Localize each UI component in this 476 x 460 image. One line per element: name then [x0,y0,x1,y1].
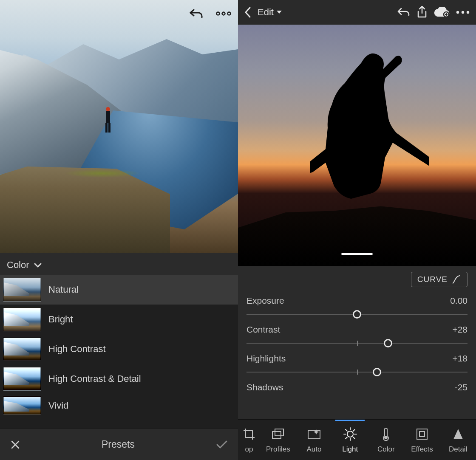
svg-point-5 [462,11,464,14]
edit-screen: Edit [238,0,476,460]
preset-label: Natural [48,284,79,295]
slider-contrast[interactable]: Contrast +28 [246,322,468,351]
preset-group-dropdown[interactable]: Color [0,253,238,275]
preset-thumb [3,396,41,415]
crop-icon [241,426,257,442]
preset-item-vivid[interactable]: Vivid [0,394,238,418]
slider-name: Contrast [246,325,280,335]
preset-panel: Color Natural Bright High Contrast High … [0,253,238,460]
slider-value: -25 [455,382,468,392]
preset-bottombar: Presets [0,429,238,460]
svg-point-6 [467,11,469,14]
light-icon [343,426,358,442]
caret-down-icon [276,10,282,14]
tab-color[interactable]: Color [368,420,404,460]
slider-value: +18 [452,353,468,364]
tab-label: Profiles [266,445,290,454]
preset-label: Bright [48,314,73,325]
back-icon[interactable] [244,6,252,18]
svg-rect-12 [417,429,427,439]
preset-label: High Contrast [48,344,106,355]
undo-icon[interactable] [397,7,411,17]
preset-item-highcontrast[interactable]: High Contrast [0,334,238,364]
slider-highlights[interactable]: Highlights +18 [246,351,468,380]
slider-name: Highlights [246,353,286,364]
silhouette [310,50,429,212]
check-icon[interactable] [216,440,228,449]
undo-icon[interactable] [189,6,204,21]
edit-tabbar: op Profiles Auto Light Color [238,419,476,460]
tab-label: Auto [307,445,322,454]
slider-value: 0.00 [450,296,468,306]
preview-image[interactable] [0,0,238,253]
preset-thumb [3,278,41,302]
preset-thumb [3,308,41,331]
tab-label: Color [377,445,395,454]
edit-toolbar: Edit [238,0,476,25]
curve-label: CURVE [417,275,448,284]
cloud-add-icon[interactable] [434,7,450,18]
tab-light[interactable]: Light [332,420,368,460]
drag-handle-icon[interactable] [341,253,373,255]
close-icon[interactable] [10,440,20,450]
tab-profiles[interactable]: Profiles [260,420,296,460]
more-icon[interactable] [456,10,470,14]
preset-label: Vivid [48,400,68,411]
more-icon[interactable] [216,6,231,21]
detail-icon [450,426,466,442]
svg-point-4 [456,11,459,14]
slider-shadows[interactable]: Shadows -25 [246,380,468,397]
slider-name: Exposure [246,296,284,306]
chevron-down-icon [34,262,42,268]
tab-label: op [245,445,253,454]
slider-exposure[interactable]: Exposure 0.00 [246,293,468,322]
slider-value: +28 [452,325,468,335]
svg-point-2 [228,12,231,15]
svg-point-11 [385,436,387,439]
tab-label: Light [342,445,358,454]
light-panel: CURVE Exposure 0.00 Contrast +28 Highlig… [238,266,476,419]
slider-name: Shadows [246,382,283,392]
edit-menu[interactable]: Edit [258,7,282,18]
bottombar-title: Presets [102,439,135,450]
thermometer-icon [378,426,394,442]
effects-icon [414,426,430,442]
tab-crop[interactable]: op [238,420,260,460]
svg-rect-7 [272,432,281,438]
svg-point-10 [347,431,353,437]
svg-rect-13 [419,432,425,437]
svg-rect-8 [275,429,283,436]
profiles-icon [270,426,286,442]
svg-point-0 [217,12,220,15]
preset-label: High Contrast & Detail [48,373,141,384]
tab-auto[interactable]: Auto [296,420,332,460]
preset-list: Natural Bright High Contrast High Contra… [0,275,238,429]
auto-icon [306,426,322,442]
curve-button[interactable]: CURVE [411,272,468,287]
svg-rect-9 [308,430,320,439]
tab-detail[interactable]: Detail [440,420,476,460]
preset-group-label: Color [7,260,29,271]
tab-effects[interactable]: Effects [404,420,440,460]
preset-item-highcontrast-detail[interactable]: High Contrast & Detail [0,364,238,394]
preset-item-bright[interactable]: Bright [0,305,238,334]
preview-image[interactable] [238,25,476,266]
svg-point-1 [222,12,225,15]
edit-menu-label: Edit [258,7,274,18]
preset-thumb [3,337,41,361]
preset-screen: Color Natural Bright High Contrast High … [0,0,238,460]
tab-label: Detail [449,445,467,454]
preset-item-natural[interactable]: Natural [0,275,238,305]
preset-thumb [3,367,41,391]
tab-label: Effects [411,445,433,454]
curve-icon [452,275,461,284]
share-icon[interactable] [416,6,428,19]
